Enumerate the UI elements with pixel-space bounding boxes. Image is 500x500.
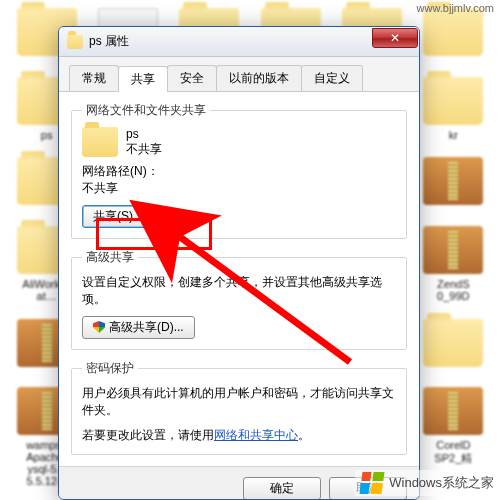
ok-button[interactable]: 确定: [243, 477, 321, 500]
titlebar[interactable]: ps 属性 ✕: [59, 27, 419, 57]
password-line1: 用户必须具有此计算机的用户帐户和密码，才能访问共享文件夹。: [82, 385, 396, 419]
network-share-group: 网络文件和文件夹共享 ps 不共享 网络路径(N)： 不共享 共享(S)...: [71, 102, 407, 239]
file-item[interactable]: [415, 319, 492, 376]
password-line2-suffix: 。: [298, 428, 310, 442]
file-label: CorelD SP2_精: [434, 439, 472, 466]
advanced-share-description: 设置自定义权限，创建多个共享，并设置其他高级共享选项。: [82, 274, 396, 308]
zip-icon: [423, 387, 483, 435]
dialog-title: ps 属性: [89, 33, 129, 50]
share-button[interactable]: 共享(S)...: [82, 205, 154, 228]
advanced-share-group: 高级共享 设置自定义权限，创建多个共享，并设置其他高级共享选项。 高级共享(D)…: [71, 249, 407, 350]
advanced-share-button-label: 高级共享(D)...: [109, 320, 184, 334]
folder-icon: [82, 127, 118, 157]
password-line2-prefix: 若要更改此设置，请使用: [82, 428, 214, 442]
tab-strip: 常规 共享 安全 以前的版本 自定义: [59, 57, 419, 92]
tab-customize[interactable]: 自定义: [301, 65, 363, 91]
file-label: ps: [41, 129, 53, 141]
tab-general[interactable]: 常规: [69, 65, 119, 91]
tab-previous-versions[interactable]: 以前的版本: [216, 65, 302, 91]
folder-icon: [423, 319, 483, 367]
network-share-legend: 网络文件和文件夹共享: [82, 102, 210, 119]
network-path-label: 网络路径(N)：: [82, 163, 396, 180]
file-item[interactable]: kr: [415, 77, 492, 146]
windows-logo-icon: [360, 472, 385, 494]
folder-icon: [67, 35, 83, 49]
properties-dialog: ps 属性 ✕ 常规 共享 安全 以前的版本 自定义 网络文件和文件夹共享 ps…: [58, 26, 420, 500]
password-line2: 若要更改此设置，请使用网络和共享中心。: [82, 427, 396, 444]
file-label: kr: [449, 129, 458, 141]
folder-icon: [423, 8, 483, 56]
advanced-share-button[interactable]: 高级共享(D)...: [82, 316, 195, 339]
close-icon: ✕: [390, 31, 400, 45]
folder-name-value: ps: [126, 127, 162, 142]
network-path-value: 不共享: [82, 180, 396, 197]
file-item[interactable]: [415, 157, 492, 214]
file-item[interactable]: [415, 8, 492, 65]
share-status-value: 不共享: [126, 142, 162, 157]
password-protection-legend: 密码保护: [82, 360, 138, 377]
file-label: ZendS 0_99D: [437, 278, 469, 302]
tab-sharing[interactable]: 共享: [118, 66, 168, 92]
folder-icon: [423, 77, 483, 125]
tab-security[interactable]: 安全: [167, 65, 217, 91]
url-watermark: www.bjjmlv.com: [417, 2, 494, 14]
shield-icon: [93, 321, 105, 333]
advanced-share-legend: 高级共享: [82, 249, 138, 266]
close-button[interactable]: ✕: [372, 28, 418, 48]
file-item[interactable]: ZendS 0_99D: [415, 226, 492, 307]
watermark-text: Windows系统之家: [389, 474, 494, 492]
watermark: Windows系统之家: [355, 470, 500, 496]
zip-icon: [423, 226, 483, 274]
network-sharing-center-link[interactable]: 网络和共享中心: [214, 428, 298, 442]
zip-icon: [423, 157, 483, 205]
tab-body: 网络文件和文件夹共享 ps 不共享 网络路径(N)： 不共享 共享(S)... …: [59, 92, 419, 466]
password-protection-group: 密码保护 用户必须具有此计算机的用户帐户和密码，才能访问共享文件夹。 若要更改此…: [71, 360, 407, 455]
